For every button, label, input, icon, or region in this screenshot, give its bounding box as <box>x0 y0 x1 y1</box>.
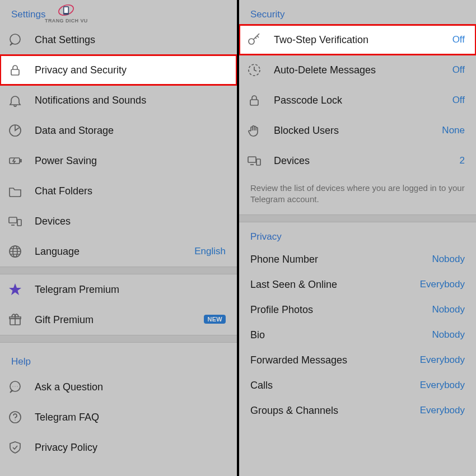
devices-hint: Review the list of devices where you are… <box>239 176 476 214</box>
row-last-seen-online[interactable]: Last Seen & OnlineEverybody <box>239 272 476 297</box>
row-label: Devices <box>274 155 460 167</box>
row-phone-number[interactable]: Phone NumberNobody <box>239 247 476 272</box>
globe-icon <box>8 244 35 259</box>
row-label: Devices <box>35 216 226 227</box>
divider <box>0 335 237 343</box>
bell-icon <box>8 93 35 108</box>
row-label: Telegram FAQ <box>35 412 226 423</box>
folder-icon <box>8 184 35 198</box>
star-icon <box>8 282 35 297</box>
row-label: Forwarded Messages <box>250 354 420 366</box>
row-data-and-storage[interactable]: Data and Storage <box>0 115 237 146</box>
row-passcode-lock[interactable]: Passcode LockOff <box>239 85 476 115</box>
row-label: Phone Number <box>250 254 432 265</box>
gift-icon <box>8 312 35 327</box>
row-telegram-premium[interactable]: Telegram Premium <box>0 274 237 305</box>
row-bio[interactable]: BioNobody <box>239 323 476 348</box>
row-label: Chat Folders <box>35 185 226 197</box>
row-privacy-and-security[interactable]: Privacy and Security <box>0 55 237 85</box>
row-auto-delete-messages[interactable]: Auto-Delete MessagesOff <box>239 55 476 85</box>
privacy-security-pane: Security Two-Step VerificationOffAuto-De… <box>238 0 476 476</box>
row-label: Bio <box>250 329 432 341</box>
row-gift-premium[interactable]: Gift PremiumNEW <box>0 305 237 335</box>
row-label: Chat Settings <box>35 34 226 46</box>
row-value: Everybody <box>420 405 465 416</box>
lock-icon <box>8 63 35 77</box>
row-chat-folders[interactable]: Chat Folders <box>0 176 237 206</box>
row-calls[interactable]: CallsEverybody <box>239 373 476 398</box>
row-value: None <box>442 125 465 136</box>
row-label: Telegram Premium <box>35 284 226 296</box>
row-value: Everybody <box>420 354 465 366</box>
settings-title: Settings <box>0 0 237 25</box>
row-chat-settings[interactable]: Chat Settings <box>0 25 237 55</box>
privacy-title: Privacy <box>239 222 476 247</box>
row-value: Off <box>452 64 465 76</box>
row-groups-channels[interactable]: Groups & ChannelsEverybody <box>239 398 476 423</box>
row-label: Language <box>35 246 194 258</box>
battery-icon <box>8 153 35 168</box>
row-value: Off <box>452 95 465 106</box>
chat-icon <box>8 32 35 47</box>
row-devices[interactable]: Devices <box>0 206 237 236</box>
row-value: English <box>194 246 226 257</box>
row-telegram-faq[interactable]: Telegram FAQ <box>0 402 237 432</box>
lock-icon <box>247 93 274 108</box>
help-title: Help <box>0 343 237 372</box>
row-label: Ask a Question <box>35 381 226 393</box>
row-forwarded-messages[interactable]: Forwarded MessagesEverybody <box>239 348 476 373</box>
row-devices[interactable]: Devices2 <box>239 146 476 176</box>
row-value: Nobody <box>432 254 465 265</box>
row-privacy-policy[interactable]: Privacy Policy <box>0 432 237 463</box>
row-ask-a-question[interactable]: Ask a Question <box>0 372 237 402</box>
ask-icon <box>8 380 35 394</box>
row-profile-photos[interactable]: Profile PhotosNobody <box>239 297 476 323</box>
row-value: Nobody <box>432 329 465 340</box>
row-two-step-verification[interactable]: Two-Step VerificationOff <box>239 25 476 55</box>
devices-icon <box>8 214 35 228</box>
data-icon <box>8 123 35 138</box>
row-language[interactable]: LanguageEnglish <box>0 236 237 267</box>
row-power-saving[interactable]: Power Saving <box>0 146 237 176</box>
devices-icon <box>247 153 274 168</box>
row-blocked-users[interactable]: Blocked UsersNone <box>239 115 476 146</box>
security-title: Security <box>239 0 476 25</box>
faq-icon <box>8 410 35 424</box>
row-label: Privacy Policy <box>35 442 226 454</box>
row-value: Nobody <box>432 304 465 315</box>
row-notifications-and-sounds[interactable]: Notifications and Sounds <box>0 85 237 115</box>
timer-icon <box>247 63 274 77</box>
row-label: Data and Storage <box>35 125 226 137</box>
row-value: Off <box>452 34 465 45</box>
row-label: Auto-Delete Messages <box>274 64 452 76</box>
row-value: Everybody <box>420 380 465 391</box>
divider <box>0 267 237 274</box>
row-label: Privacy and Security <box>35 64 226 76</box>
row-label: Passcode Lock <box>274 95 452 106</box>
row-label: Notifications and Sounds <box>35 95 226 106</box>
row-label: Power Saving <box>35 155 226 167</box>
row-value: 2 <box>460 155 465 166</box>
new-badge: NEW <box>204 315 226 324</box>
row-value: Everybody <box>420 279 465 290</box>
settings-pane: TRANG DICH VU Settings Chat SettingsPriv… <box>0 0 238 476</box>
key-icon <box>247 32 274 47</box>
row-label: Gift Premium <box>35 314 199 326</box>
row-label: Last Seen & Online <box>250 279 420 291</box>
row-label: Blocked Users <box>274 125 442 137</box>
row-label: Two-Step Verification <box>274 34 452 46</box>
shield-icon <box>8 440 35 455</box>
row-label: Groups & Channels <box>250 405 420 417</box>
row-label: Profile Photos <box>250 304 432 316</box>
divider <box>239 214 476 222</box>
hand-icon <box>247 123 274 138</box>
row-label: Calls <box>250 380 420 391</box>
